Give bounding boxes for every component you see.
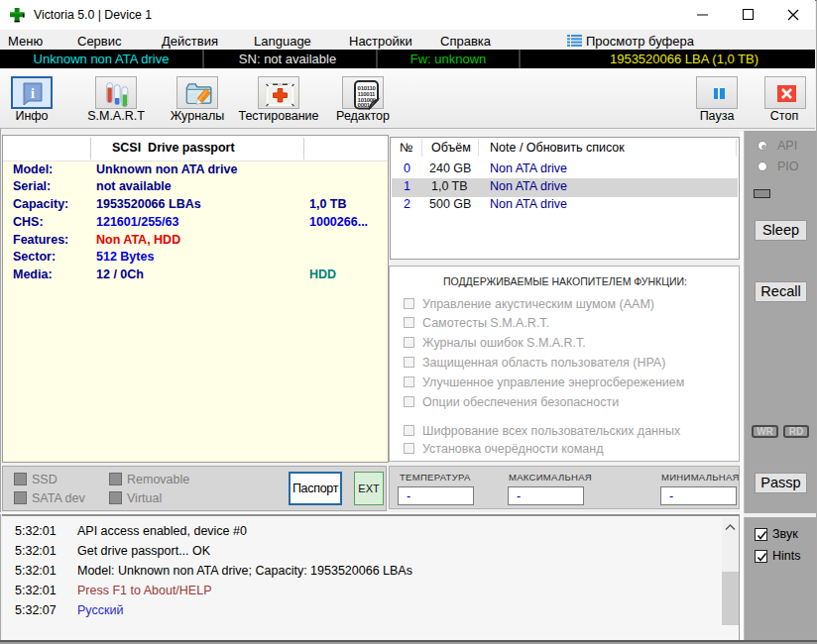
svg-text:0001: 0001 [358,102,371,108]
svg-text:i: i [31,86,35,101]
